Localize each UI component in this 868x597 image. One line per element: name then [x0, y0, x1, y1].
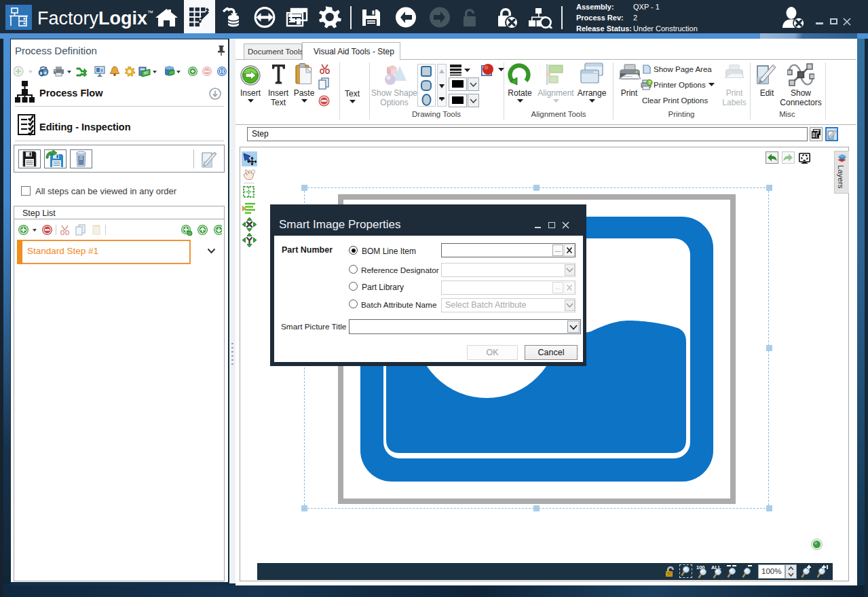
svg-text:?: ?: [648, 80, 651, 85]
